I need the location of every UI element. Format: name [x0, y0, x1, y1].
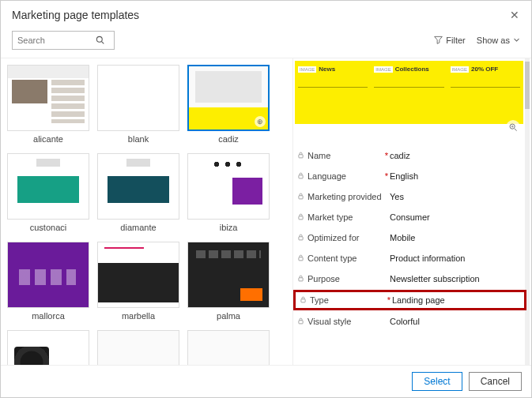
template-card-partial[interactable] — [187, 330, 270, 365]
field-row: Marketing providedYes — [295, 186, 525, 207]
field-value: cadiz — [390, 151, 525, 160]
template-detail: IMAGENewsIMAGECollectionsIMAGE20% OFF Na… — [293, 58, 531, 365]
template-picker-dialog: Marketing page templates ✕ Filter Show a… — [0, 0, 532, 398]
svg-rect-13 — [300, 298, 304, 302]
filter-label: Filter — [446, 36, 465, 45]
field-value: Product information — [390, 253, 525, 263]
template-thumbnail — [97, 65, 179, 131]
template-thumbnail — [7, 242, 89, 308]
dialog-title: Marketing page templates — [12, 9, 509, 21]
field-value: Yes — [390, 192, 525, 201]
template-name: cadiz — [187, 131, 270, 148]
preview-column: IMAGENews — [295, 61, 371, 124]
lock-icon — [295, 254, 306, 263]
field-row: Content typeProduct information — [295, 248, 525, 268]
preview-chip: IMAGE — [451, 66, 469, 73]
template-thumbnail — [187, 330, 270, 365]
preview-chip: IMAGE — [298, 66, 316, 73]
filter-button[interactable]: Filter — [434, 36, 465, 46]
template-thumbnail — [187, 153, 270, 220]
template-fields: Name*cadizLanguage*EnglishMarketing prov… — [293, 142, 531, 365]
required-indicator: * — [383, 171, 390, 181]
template-card-diamante[interactable]: diamante — [97, 153, 179, 237]
lock-icon — [297, 296, 308, 305]
show-as-label: Show as — [477, 36, 510, 45]
template-name: marbella — [97, 308, 179, 325]
field-value: Consumer — [390, 212, 525, 222]
field-label: Name — [306, 151, 383, 160]
template-name: blank — [97, 131, 179, 148]
preview-column: IMAGECollections — [371, 61, 447, 124]
template-name: alicante — [7, 131, 89, 148]
field-label: Visual style — [306, 317, 383, 326]
template-thumbnail — [97, 330, 179, 365]
preview-headline: News — [319, 66, 335, 73]
lock-icon — [295, 234, 306, 242]
svg-line-3 — [514, 128, 516, 130]
lock-icon — [295, 152, 306, 160]
close-icon[interactable]: ✕ — [509, 9, 520, 21]
svg-rect-6 — [298, 154, 302, 157]
template-name: custonaci — [7, 220, 89, 237]
preview-headline: Collections — [395, 66, 429, 73]
preview-column: IMAGE20% OFF — [447, 61, 523, 124]
lock-icon — [295, 193, 306, 201]
template-card-cadiz[interactable]: ⊕cadiz — [187, 65, 270, 148]
svg-line-1 — [101, 41, 104, 43]
field-row: PurposeNewsletter subscription — [295, 268, 525, 289]
dialog-header: Marketing page templates ✕ — [1, 1, 531, 26]
field-row: Optimized forMobile — [295, 227, 525, 248]
svg-rect-8 — [298, 195, 302, 198]
field-row: Visual styleColorful — [295, 311, 525, 332]
svg-rect-7 — [298, 175, 302, 178]
cancel-button[interactable]: Cancel — [469, 372, 522, 391]
template-name: diamante — [97, 220, 179, 237]
lock-icon — [295, 213, 306, 222]
field-label: Type — [308, 295, 386, 305]
field-label: Marketing provided — [306, 192, 383, 201]
template-card-mallorca[interactable]: mallorca — [7, 242, 89, 325]
template-card-ibiza[interactable]: ibiza — [187, 153, 270, 237]
search-box[interactable] — [12, 31, 115, 50]
template-card-alicante[interactable]: alicante — [7, 65, 89, 148]
field-value: Mobile — [390, 233, 525, 242]
field-value: Landing page — [392, 295, 523, 305]
search-icon[interactable] — [92, 36, 108, 46]
zoom-icon[interactable] — [506, 120, 520, 134]
template-name: palma — [187, 308, 270, 325]
required-indicator: * — [383, 151, 390, 160]
svg-rect-10 — [298, 236, 302, 239]
template-thumbnail: ⊕ — [187, 65, 270, 131]
filter-icon — [434, 36, 443, 46]
field-row: Name*cadiz — [295, 145, 525, 166]
template-thumbnail — [97, 242, 179, 308]
dialog-toolbar: Filter Show as — [1, 26, 531, 58]
svg-rect-9 — [298, 216, 302, 219]
show-as-button[interactable]: Show as — [477, 36, 520, 45]
dialog-footer: Select Cancel — [1, 365, 531, 397]
lock-icon — [295, 275, 306, 283]
preview-headline: 20% OFF — [471, 66, 498, 73]
template-name: ibiza — [187, 220, 270, 237]
svg-rect-11 — [298, 257, 302, 260]
select-button[interactable]: Select — [412, 372, 462, 391]
template-card-marbella[interactable]: marbella — [97, 242, 179, 325]
zoom-icon[interactable]: ⊕ — [255, 116, 266, 127]
svg-rect-14 — [298, 320, 302, 323]
template-card-partial[interactable] — [97, 330, 179, 365]
field-value: Newsletter subscription — [390, 274, 525, 283]
template-gallery[interactable]: alicanteblank⊕cadizcustonacidiamanteibiz… — [1, 58, 293, 365]
field-label: Purpose — [306, 274, 383, 283]
chevron-down-icon — [513, 36, 520, 45]
template-card-custonaci[interactable]: custonaci — [7, 153, 89, 237]
search-input[interactable] — [13, 36, 92, 45]
svg-point-0 — [96, 36, 102, 42]
field-row: Market typeConsumer — [295, 207, 525, 227]
field-value: Colorful — [390, 317, 525, 326]
field-row: Language*English — [295, 166, 525, 186]
template-thumbnail — [7, 153, 89, 220]
template-card-blank[interactable]: blank — [97, 65, 179, 148]
template-card-palma[interactable]: palma — [187, 242, 270, 325]
field-value: English — [390, 171, 525, 181]
template-card-partial[interactable] — [7, 330, 89, 365]
